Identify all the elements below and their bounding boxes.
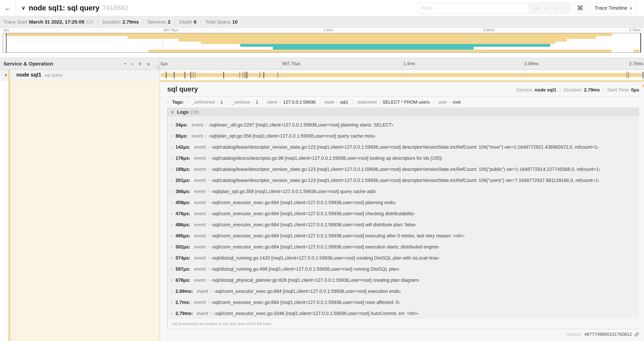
service-color-stripe [8, 80, 10, 341]
logs-header[interactable]: ∨ Logs (18) [168, 107, 639, 116]
log-entry[interactable]: ›142μs:event=‹sql/catalog/lease/descript… [168, 141, 639, 152]
log-field-value: ‹sql/catalog/lease/descriptor_version_st… [212, 167, 600, 172]
log-field-key: event [194, 189, 206, 194]
log-field-key: event [194, 233, 206, 238]
minimap-span-bar [178, 39, 567, 42]
chevron-right-icon[interactable]: › [171, 122, 176, 127]
logs-accordion: ∨ Logs (18) ›34μs:event=‹sql/exec_util.g… [167, 107, 639, 329]
span-bar-cell[interactable] [160, 70, 644, 80]
back-button[interactable]: ← [0, 0, 16, 16]
chevron-right-icon[interactable]: › [171, 167, 176, 172]
chevron-right-icon[interactable]: › [171, 200, 176, 205]
log-entry[interactable]: ›476μs:event=‹sql/conn_executor_exec.go:… [168, 208, 639, 219]
equals-sign: = [205, 133, 207, 138]
log-entry[interactable]: ›597μs:event=‹sql/distsql_running.go:498… [168, 263, 639, 274]
ruler-tick-label: 697.75μs [164, 28, 178, 32]
tag-item: _verbose=1 [227, 100, 262, 105]
span-id-label: SpanID: [566, 332, 582, 337]
log-field-value: ‹sql/conn_executor_exec.go:684 [nsql1,cl… [212, 211, 415, 216]
chevron-right-icon[interactable]: › [171, 211, 176, 216]
service-value: node sql1 [534, 87, 556, 93]
service-operation-header: Service & Operation › › » » [0, 58, 160, 69]
log-entry[interactable]: ›366μs:event=‹sql/plan_opt.go:358 [nsql1… [168, 186, 639, 197]
log-field-key: event [194, 178, 206, 183]
log-entry[interactable]: ›678μs:event=‹sql/distsql_physical_plann… [168, 274, 639, 285]
find-input[interactable] [418, 3, 529, 13]
log-field-key: event [194, 299, 206, 305]
log-field-key: event [194, 277, 206, 283]
clear-icon[interactable]: × [562, 5, 565, 11]
chevron-down-icon[interactable]: ∨ [4, 73, 7, 77]
log-event-tick [174, 72, 174, 78]
log-entry[interactable]: ›201μs:event=‹sql/catalog/lease/descript… [168, 175, 639, 186]
chevron-right-icon[interactable]: › [171, 266, 176, 271]
trace-summary-bar: Trace StartMarch 31 2022, 17:25:09.326Du… [0, 16, 644, 28]
chevron-right-icon[interactable]: › [171, 133, 176, 138]
minimap-canvas[interactable] [3, 33, 641, 53]
chevron-right-icon[interactable]: › [167, 100, 172, 105]
log-entry[interactable]: ›495μs:event=‹sql/conn_executor_exec.go:… [168, 230, 639, 241]
log-entry[interactable]: ›2.7ms:event=‹sql/conn_executor_exec.go:… [168, 297, 639, 308]
log-field-value: ‹sql/conn_executor_exec.go:684 [nsql1,cl… [212, 222, 416, 227]
log-field-key: event [194, 144, 206, 150]
log-field-key: event [194, 167, 206, 172]
tags-row[interactable]: › Tags: _unfinished=1_verbose=1client=12… [167, 100, 639, 105]
log-entry[interactable]: ›176μs:event=‹sql/catalog/descs/descript… [168, 152, 639, 164]
span-name-cell[interactable]: ∨ node sql1 sql query [0, 70, 160, 80]
minimap-span-bar [273, 47, 474, 50]
log-entry[interactable]: ›486μs:event=‹sql/conn_executor_exec.go:… [168, 219, 639, 230]
summary-value-suffix: .326 [84, 19, 94, 25]
span-duration-bar[interactable] [161, 73, 643, 77]
back-arrow-icon: ← [4, 4, 11, 12]
log-entry[interactable]: ›80μs:event=‹sql/plan_opt.go:358 [nsql1,… [168, 130, 639, 141]
chevron-right-icon[interactable]: › [171, 311, 176, 316]
log-entry[interactable]: ›34μs:event=‹sql/exec_util.go:2297 [nsql… [168, 119, 639, 130]
chevron-right-icon[interactable]: › [171, 289, 176, 293]
log-entry[interactable]: ›189μs:event=‹sql/catalog/lease/descript… [168, 164, 639, 175]
collapse-trace-icon[interactable]: ∨ [22, 5, 25, 11]
keyboard-shortcuts-button[interactable]: ⌘ [574, 2, 586, 14]
equals-sign: = [208, 300, 210, 305]
service-operation-label: Service & Operation [4, 61, 53, 67]
chevron-right-icon[interactable]: › [171, 145, 176, 149]
chevron-right-icon[interactable]: › [171, 233, 176, 238]
log-field-value: ‹sql/conn_executor_exec.go:2046 [nsql1,c… [214, 311, 418, 316]
minimap-span-bar [128, 36, 596, 39]
log-entry[interactable]: ›502μs:event=‹sql/conn_executor_exec.go:… [168, 241, 639, 252]
chevron-right-icon[interactable]: › [171, 244, 176, 249]
span-detail-title: sql query [167, 85, 198, 93]
column-resizer-handle[interactable] [157, 65, 158, 69]
link-icon[interactable] [634, 332, 639, 337]
chevron-right-icon[interactable]: › [171, 255, 176, 260]
chevron-right-icon[interactable]: › [171, 300, 176, 305]
log-event-tick [190, 72, 191, 78]
expand-one-icon[interactable]: › [132, 61, 134, 66]
log-entry[interactable]: ›459μs:event=‹sql/conn_executor_exec.go:… [168, 197, 639, 208]
gridline [402, 58, 402, 69]
minimap-left-scrubber[interactable] [6, 33, 7, 52]
view-selector-button[interactable]: Trace Timeline ∨ [590, 2, 637, 14]
locate-icon[interactable]: ◎ [535, 5, 539, 11]
expand-all-icon[interactable]: » [147, 61, 150, 66]
log-timestamp: 486μs: [176, 222, 190, 227]
tag-item: client=127.0.0.1:59936 [262, 100, 320, 105]
equals-sign: = [210, 289, 212, 293]
chevron-right-icon[interactable]: › [171, 278, 176, 282]
chevron-down-icon[interactable]: ∨ [553, 5, 556, 11]
collapse-one-icon[interactable]: › [122, 63, 128, 65]
tag-key: _unfinished [192, 100, 215, 105]
collapse-all-icon[interactable]: » [137, 62, 143, 65]
log-entry[interactable]: ›574μs:event=‹sql/distsql_running.go:142… [168, 252, 639, 263]
chevron-right-icon[interactable]: › [171, 178, 176, 183]
log-field-key: event [194, 255, 206, 260]
chevron-right-icon[interactable]: › [171, 189, 176, 194]
minimap-right-scrubber[interactable] [640, 33, 641, 52]
log-field-value: ‹sql/conn_executor_exec.go:684 [nsql1,cl… [212, 299, 400, 305]
chevron-right-icon[interactable]: › [171, 222, 176, 227]
log-entry[interactable]: ›2.69ms:event=‹sql/conn_executor_exec.go… [168, 285, 639, 297]
chevron-up-icon[interactable]: ∧ [544, 5, 548, 11]
summary-label: Services [148, 19, 166, 25]
log-entry[interactable]: ›2.79ms:event=‹sql/conn_executor_exec.go… [168, 308, 639, 319]
chevron-right-icon[interactable]: › [171, 156, 176, 160]
equals-sign: = [279, 100, 282, 104]
